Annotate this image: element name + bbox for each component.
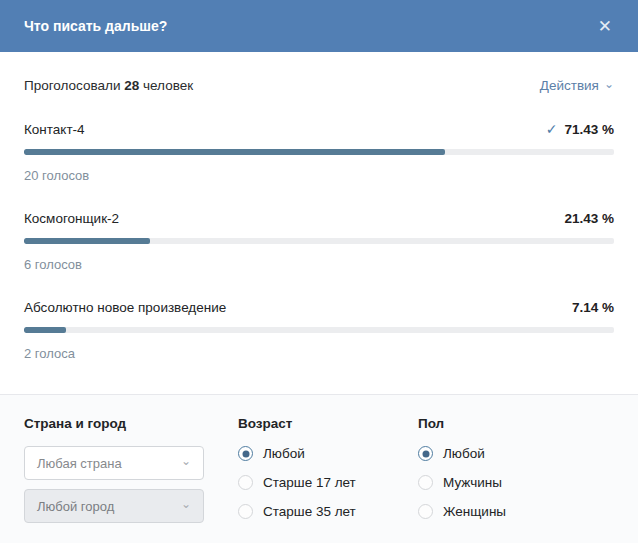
poll-option-row: Абсолютно новое произведение 7.14 % (24, 300, 614, 315)
vote-count: 28 (124, 78, 139, 93)
poll-option-percent: 21.43 % (564, 211, 614, 226)
vote-summary-row: Проголосовали 28 человек Действия ⌄ (0, 52, 638, 93)
poll-option-row: Контакт-4 ✓ 71.43 % (24, 121, 614, 137)
poll-option-percent: 7.14 % (572, 300, 614, 315)
poll-option-votes[interactable]: 2 голоса (24, 346, 614, 361)
radio-label: Старше 17 лет (263, 475, 356, 490)
radio-icon[interactable] (238, 504, 253, 519)
radio-icon[interactable] (418, 504, 433, 519)
progress-bar (24, 238, 614, 244)
filter-age-column: Возраст Любой Старше 17 лет Старше 35 ле… (238, 416, 418, 543)
radio-icon[interactable] (418, 475, 433, 490)
actions-label: Действия (540, 78, 599, 93)
modal-header: Что писать дальше? ✕ (0, 0, 638, 52)
radio-icon[interactable] (418, 446, 433, 461)
filter-location-title: Страна и город (24, 416, 238, 431)
poll-options-list: Контакт-4 ✓ 71.43 % 20 голосов Космогонщ… (0, 121, 638, 361)
vote-summary: Проголосовали 28 человек (24, 78, 193, 93)
radio-label: Старше 35 лет (263, 504, 356, 519)
progress-fill (24, 149, 445, 155)
progress-fill (24, 327, 66, 333)
progress-bar (24, 327, 614, 333)
poll-option-result: ✓ 71.43 % (546, 121, 614, 137)
poll-option-votes[interactable]: 6 голосов (24, 257, 614, 272)
poll-option-label: Контакт-4 (24, 122, 85, 137)
poll-option-label: Абсолютно новое произведение (24, 300, 226, 315)
poll-option-percent: 71.43 % (564, 122, 614, 137)
radio-label: Мужчины (443, 475, 502, 490)
age-option-35plus[interactable]: Старше 35 лет (238, 504, 418, 519)
country-select[interactable]: Любая страна ⌄ (24, 446, 204, 480)
close-icon[interactable]: ✕ (596, 14, 614, 39)
city-select[interactable]: Любой город ⌄ (24, 489, 204, 523)
radio-icon[interactable] (238, 475, 253, 490)
poll-option-label: Космогонщик-2 (24, 211, 119, 226)
radio-label: Любой (263, 446, 305, 461)
voted-check-icon: ✓ (546, 121, 558, 137)
poll-option-result: 7.14 % (572, 300, 614, 315)
age-option-17plus[interactable]: Старше 17 лет (238, 475, 418, 490)
city-select-value: Любой город (37, 499, 114, 514)
vote-summary-prefix: Проголосовали (24, 78, 120, 93)
country-select-value: Любая страна (37, 456, 122, 471)
poll-option-result: 21.43 % (564, 211, 614, 226)
gender-option-male[interactable]: Мужчины (418, 475, 614, 490)
poll-option-votes[interactable]: 20 голосов (24, 168, 614, 183)
poll-option: Контакт-4 ✓ 71.43 % 20 голосов (24, 121, 614, 183)
filters-panel: Страна и город Любая страна ⌄ Любой горо… (0, 394, 638, 543)
chevron-down-icon: ⌄ (604, 77, 614, 91)
modal-title: Что писать дальше? (24, 18, 167, 34)
radio-label: Женщины (443, 504, 506, 519)
actions-dropdown[interactable]: Действия ⌄ (540, 78, 614, 93)
vote-summary-suffix: человек (143, 78, 193, 93)
poll-option: Космогонщик-2 21.43 % 6 голосов (24, 211, 614, 272)
filter-gender-title: Пол (418, 416, 614, 431)
poll-results-modal: Что писать дальше? ✕ Проголосовали 28 че… (0, 0, 638, 543)
progress-bar (24, 149, 614, 155)
radio-icon[interactable] (238, 446, 253, 461)
gender-option-female[interactable]: Женщины (418, 504, 614, 519)
filter-gender-column: Пол Любой Мужчины Женщины (418, 416, 614, 543)
poll-option: Абсолютно новое произведение 7.14 % 2 го… (24, 300, 614, 361)
radio-label: Любой (443, 446, 485, 461)
chevron-down-icon: ⌄ (181, 454, 191, 468)
poll-option-row: Космогонщик-2 21.43 % (24, 211, 614, 226)
age-option-any[interactable]: Любой (238, 446, 418, 461)
filter-age-title: Возраст (238, 416, 418, 431)
gender-option-any[interactable]: Любой (418, 446, 614, 461)
progress-fill (24, 238, 150, 244)
chevron-down-icon: ⌄ (181, 497, 191, 511)
filter-location-column: Страна и город Любая страна ⌄ Любой горо… (24, 416, 238, 543)
